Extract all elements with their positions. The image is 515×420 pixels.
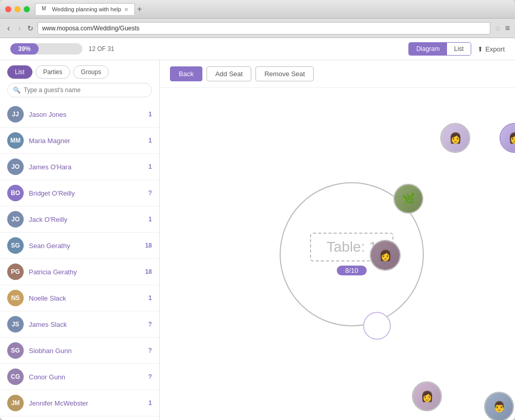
guest-name: Jennifer McWebster	[29, 399, 148, 407]
guest-count: 1	[148, 216, 152, 223]
avatar: PG	[7, 264, 24, 280]
progress-section: 39% 12 OF 31	[10, 43, 114, 55]
avatar: MM	[7, 132, 24, 149]
remove-seat-button[interactable]: Remove Seat	[255, 66, 314, 81]
main-content: 39% 12 OF 31 Diagram List ⬆ Export	[0, 38, 515, 420]
view-toggle-group: Diagram List	[408, 42, 471, 56]
url-text: www.moposa.com/Wedding/Guests	[42, 25, 140, 32]
list-item[interactable]: JO Jack O'Reilly 1	[0, 206, 159, 233]
sidebar-tab-list[interactable]: List	[7, 65, 32, 79]
new-tab-button[interactable]: +	[137, 5, 142, 14]
address-bar: ‹ › ↻ www.moposa.com/Wedding/Guests ☆ ≡	[0, 19, 515, 38]
list-item[interactable]: NS Noelle Slack 1	[0, 285, 159, 311]
guest-count: ?	[148, 373, 152, 380]
avatar: BO	[7, 185, 24, 201]
progress-count-label: 12 OF 31	[89, 45, 114, 52]
list-item[interactable]: SG Sean Gerathy 18	[0, 233, 159, 259]
list-item[interactable]: JM Jennifer McWebster 1	[0, 390, 159, 416]
guest-name: Patricia Gerathy	[29, 268, 145, 276]
guest-count: 1	[148, 399, 152, 407]
guest-count: ?	[148, 189, 152, 197]
url-bar[interactable]: www.moposa.com/Wedding/Guests	[38, 22, 490, 34]
list-item[interactable]: BO Bridget O'Reilly ?	[0, 180, 159, 206]
guest-name: James Slack	[29, 321, 148, 328]
browser-window: M Wedding planning with help ✕ + ‹ › ↻ w…	[0, 0, 515, 420]
seat-5[interactable]: 👨	[484, 392, 514, 420]
back-nav-button[interactable]: ‹	[5, 23, 12, 34]
seat-tooltip-avatar: 👩	[501, 124, 515, 152]
guest-count: 1	[148, 163, 152, 170]
progress-bar-container: 39%	[10, 43, 82, 55]
seat-9[interactable]: 🌿	[393, 184, 423, 214]
seat-empty-2[interactable]	[363, 312, 391, 340]
window-controls	[5, 6, 30, 12]
seat-1-avatar: 👩	[441, 124, 469, 152]
guest-list: JJ Jason Jones 1 MM Maria Magner 1 JO Ja…	[0, 101, 159, 420]
seat-tooltip-marker[interactable]: 👩	[500, 123, 515, 153]
list-view-button[interactable]: List	[447, 43, 471, 55]
diagram-toolbar: Back Add Seat Remove Seat	[160, 60, 515, 88]
maximize-button[interactable]	[24, 6, 30, 12]
list-item[interactable]: JJ Jason Jones 1	[0, 101, 159, 128]
guest-name: Sean Gerathy	[29, 242, 145, 250]
tab-title: Wedding planning with help	[52, 6, 121, 12]
seat-1[interactable]: 👩	[440, 123, 470, 153]
sidebar-tab-parties[interactable]: Parties	[36, 65, 70, 79]
guest-name: Conor Gunn	[29, 373, 148, 381]
search-icon: 🔍	[13, 86, 21, 94]
list-item[interactable]: MM Maria Magner 1	[0, 128, 159, 154]
export-icon: ⬆	[477, 45, 483, 53]
avatar: JO	[7, 211, 24, 227]
progress-bar-fill: 39%	[10, 43, 39, 55]
content-area: List Parties Groups 🔍 JJ Jason Jones 1 M…	[0, 60, 515, 420]
sidebar-tab-groups[interactable]: Groups	[73, 65, 109, 79]
favicon-icon: M	[42, 6, 49, 13]
guest-count: ?	[148, 321, 152, 328]
avatar: SG	[7, 237, 24, 254]
browser-tab[interactable]: M Wedding planning with help ✕	[35, 3, 135, 15]
guest-count: 18	[145, 268, 152, 275]
diagram-area: Back Add Seat Remove Seat Table: 1 8/10	[160, 60, 515, 420]
guest-count: 18	[145, 242, 152, 249]
top-toolbar: 39% 12 OF 31 Diagram List ⬆ Export	[0, 38, 515, 60]
seat-8-avatar: 👩	[371, 241, 400, 270]
refresh-button[interactable]: ↻	[27, 24, 33, 32]
close-button[interactable]	[5, 6, 11, 12]
list-item[interactable]: DM Dermot McWebster ?	[0, 416, 159, 420]
minimize-button[interactable]	[14, 6, 21, 12]
guest-name: Maria Magner	[29, 137, 148, 145]
guest-name: Siobhan Gunn	[29, 347, 148, 355]
guest-name: Jason Jones	[29, 111, 148, 118]
export-label: Export	[485, 45, 505, 53]
avatar: JS	[7, 316, 24, 332]
avatar: NS	[7, 290, 24, 306]
guest-count: 1	[148, 111, 152, 118]
tab-close-icon[interactable]: ✕	[124, 7, 128, 12]
list-item[interactable]: JS James Slack ?	[0, 311, 159, 338]
guest-name: Jack O'Reilly	[29, 216, 148, 223]
search-box: 🔍	[7, 83, 152, 97]
back-button[interactable]: Back	[170, 66, 202, 81]
menu-button[interactable]: ≡	[505, 24, 510, 33]
seat-5-avatar: 👨	[485, 393, 513, 420]
list-item[interactable]: SG Siobhan Gunn ?	[0, 338, 159, 364]
progress-percent-label: 39%	[18, 45, 30, 52]
diagram-view-button[interactable]: Diagram	[409, 43, 447, 55]
search-input[interactable]	[24, 86, 146, 94]
list-item[interactable]: PG Patricia Gerathy 18	[0, 259, 159, 285]
list-item[interactable]: JO James O'Hara 1	[0, 154, 159, 180]
seat-8[interactable]: 👩	[370, 240, 401, 271]
avatar: JO	[7, 159, 24, 175]
forward-nav-button[interactable]: ›	[16, 23, 23, 34]
seat-6-avatar: 👩	[413, 382, 441, 410]
seat-6[interactable]: 👩	[412, 381, 442, 411]
diagram-canvas: Table: 1 8/10 👩 👩	[160, 88, 515, 420]
export-button[interactable]: ⬆ Export	[477, 45, 505, 53]
guest-name: Noelle Slack	[29, 294, 148, 302]
avatar: JM	[7, 395, 24, 411]
avatar: CG	[7, 369, 24, 385]
bookmark-button[interactable]: ☆	[494, 24, 501, 32]
list-item[interactable]: CG Conor Gunn ?	[0, 364, 159, 390]
sidebar: List Parties Groups 🔍 JJ Jason Jones 1 M…	[0, 60, 160, 420]
add-seat-button[interactable]: Add Seat	[207, 66, 252, 81]
